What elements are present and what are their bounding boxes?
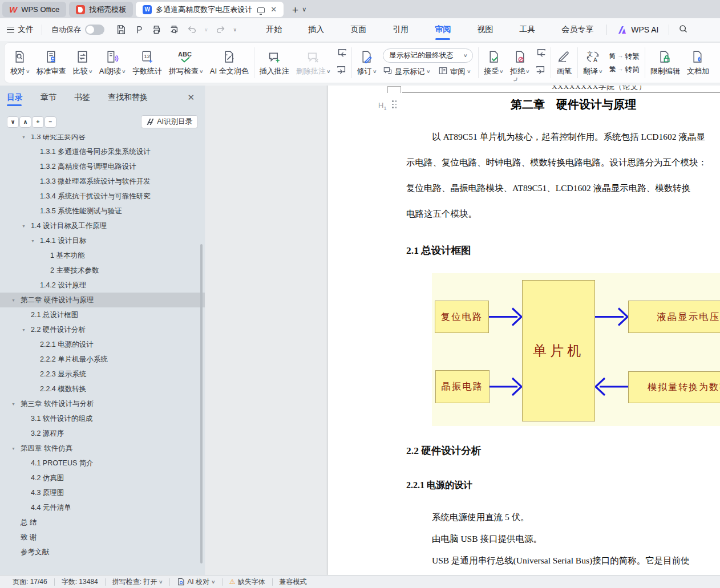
intro-paragraph[interactable]: 以 AT89C51 单片机为核心，起着控制作用。系统包括 LCD1602 液晶显… — [406, 124, 720, 226]
toc-item[interactable]: 致 谢 — [0, 530, 205, 545]
encrypt-document-button[interactable]: 文档加 — [683, 44, 713, 81]
restrict-editing-button[interactable]: 限制编辑 — [647, 44, 683, 81]
toc-item[interactable]: 4.2 仿真图 — [0, 471, 205, 485]
previous-change-icon[interactable] — [535, 48, 547, 60]
menu-item-member[interactable]: 会员专享 — [548, 18, 606, 41]
next-comment-icon[interactable] — [336, 65, 347, 78]
reader-mode-icon[interactable] — [257, 7, 265, 13]
toc-item[interactable]: 3.2 源程序 — [0, 426, 205, 441]
translate-button[interactable]: 文A 翻译∨ — [580, 44, 606, 81]
menu-item-view[interactable]: 视图 — [464, 18, 506, 41]
tab-list-chevron-icon[interactable]: ∨ — [302, 6, 306, 13]
word-count-indicator[interactable]: 字数: 13484 — [55, 577, 105, 587]
ai-proofread-status[interactable]: AI 校对 ∨ — [170, 577, 222, 587]
tab-wps-home[interactable]: W WPS Office — [2, 2, 66, 17]
chapter-title[interactable]: 第二章 硬件设计与原理 — [459, 97, 687, 112]
print-preview-icon[interactable] — [169, 25, 179, 35]
toc-item[interactable]: 总 结 — [0, 515, 205, 530]
previous-comment-icon[interactable] — [336, 48, 347, 60]
file-menu-button[interactable]: 文件 — [0, 25, 42, 35]
show-markup-button[interactable]: 显示标记 ∨ — [383, 66, 430, 77]
menu-item-start[interactable]: 开始 — [253, 18, 295, 41]
toc-item[interactable]: ▼2.2 硬件设计分析 — [0, 322, 205, 337]
to-traditional-button[interactable]: 简→ 转繁 — [609, 51, 640, 62]
page-indicator[interactable]: 页面: 17/46 — [6, 577, 54, 587]
toc-item[interactable]: 2.2.1 电源的设计 — [0, 337, 205, 352]
heading-2-1[interactable]: 2.1 总设计框图 — [406, 244, 471, 257]
standard-review-button[interactable]: 标准审查 — [33, 44, 70, 81]
heading-2-2-1[interactable]: 2.2.1 电源的设计 — [406, 480, 472, 492]
ai-recognize-toc-button[interactable]: AI识别目录 — [141, 115, 198, 128]
next-change-icon[interactable] — [535, 65, 547, 78]
print-icon[interactable] — [151, 25, 161, 35]
toc-item[interactable]: 1.3.5 系统性能测试与验证 — [0, 204, 205, 218]
block-diagram[interactable]: 复位电路 晶振电路 单片机 液晶显示电压值 模拟量转换为数字量 — [432, 273, 720, 426]
toc-collapse-arrow-icon[interactable]: ▼ — [22, 135, 31, 139]
toc-collapse-arrow-icon[interactable]: ▼ — [11, 447, 21, 451]
toc-item[interactable]: ▼1.4 设计目标及工作原理 — [0, 218, 205, 233]
accept-change-button[interactable]: 接受∨ — [480, 44, 507, 81]
toc-item[interactable]: 1.4.2 设计原理 — [0, 278, 205, 293]
tab-document[interactable]: W 多通道高精度数字电压表设计 ✕ — [136, 2, 284, 17]
ai-polish-button[interactable]: AI 全文润色 — [207, 44, 252, 81]
toc-collapse-arrow-icon[interactable]: ▼ — [11, 298, 21, 302]
heading-2-2[interactable]: 2.2 硬件设计分析 — [406, 444, 481, 457]
collapse-all-button[interactable]: ∧ — [19, 116, 31, 128]
decrease-level-button[interactable]: − — [45, 116, 56, 128]
power-paragraph[interactable]: 系统电源使用直流 5 伏。由电脑 USB 接口提供电源。USB 是通用串行总线(… — [432, 506, 720, 571]
export-pdf-icon[interactable] — [134, 25, 144, 35]
track-changes-button[interactable]: 修订∨ — [354, 44, 380, 81]
sidebar-scrollbar[interactable] — [200, 244, 203, 563]
search-icon[interactable] — [669, 24, 697, 35]
toc-item[interactable]: 1.3.4 系统抗干扰设计与可靠性研究 — [0, 189, 205, 204]
insert-comment-button[interactable]: 插入批注 — [256, 44, 293, 81]
save-icon[interactable] — [116, 25, 126, 35]
menu-item-page[interactable]: 页面 — [337, 18, 379, 41]
toc-item[interactable]: 4.1 PROTEUS 简介 — [0, 456, 205, 471]
toc-item[interactable]: ▼1.3 研究主要内容 — [0, 135, 205, 144]
menu-item-reference[interactable]: 引用 — [379, 18, 422, 41]
toc-item[interactable]: 参考文献 — [0, 545, 205, 559]
compat-mode-indicator[interactable]: 兼容模式 — [273, 577, 314, 587]
pane-tab-chapters[interactable]: 章节 — [41, 86, 56, 110]
toc-item[interactable]: 1.3.2 高精度信号调理电路设计 — [0, 159, 205, 174]
document-page[interactable]: XXXXXXXX学院（论文） H1 第二章 硬件设计与原理 以 AT89C51 … — [328, 86, 720, 575]
toc-collapse-arrow-icon[interactable]: ▼ — [11, 402, 21, 406]
menu-item-review[interactable]: 审阅 — [422, 18, 464, 41]
close-tab-icon[interactable]: ✕ — [270, 5, 277, 14]
reviewers-button[interactable]: 审阅 ∨ — [438, 66, 471, 77]
quickbar-chevron-icon[interactable]: ∨ — [233, 27, 237, 33]
ink-pen-button[interactable]: 画笔 — [553, 44, 576, 81]
menu-item-tools[interactable]: 工具 — [506, 18, 548, 41]
toc-item[interactable]: ▼第四章 软件仿真 — [0, 441, 205, 456]
pane-tab-find-replace[interactable]: 查找和替换 — [108, 86, 148, 110]
toc-item[interactable]: 4.3 原理图 — [0, 485, 205, 500]
to-simplified-button[interactable]: 繁→ 转简 — [609, 64, 640, 75]
toc-collapse-arrow-icon[interactable]: ▼ — [22, 328, 31, 332]
toc-item[interactable]: ▼第三章 软件设计与分析 — [0, 396, 205, 411]
toc-item[interactable]: ▼1.4.1 设计目标 — [0, 233, 205, 248]
expand-all-button[interactable]: ∨ — [7, 116, 19, 128]
toc-item[interactable]: 2.2.3 显示系统 — [0, 367, 205, 382]
toc-item[interactable]: 4.4 元件清单 — [0, 500, 205, 515]
ai-read-aloud-button[interactable]: AI朗读∨ — [96, 44, 129, 81]
spellcheck-status[interactable]: 拼写检查: 打开 ∨ — [106, 577, 170, 587]
autosave-control[interactable]: 自动保存 — [42, 25, 110, 35]
word-count-button[interactable]: 12 字数统计 — [129, 44, 165, 81]
pane-tab-bookmarks[interactable]: 书签 — [74, 86, 90, 110]
toc-item[interactable]: 1 基本功能 — [0, 248, 205, 263]
toc-collapse-arrow-icon[interactable]: ▼ — [31, 239, 40, 243]
tab-docer-templates[interactable]: 找稻壳模板 — [69, 2, 133, 17]
missing-font-warning[interactable]: ⚠ 缺失字体 — [223, 577, 272, 587]
wps-ai-button[interactable]: WPS AI — [607, 25, 669, 34]
menu-item-insert[interactable]: 插入 — [295, 18, 337, 41]
spellcheck-button[interactable]: ABC 拼写检查∨ — [165, 44, 207, 81]
toc-item[interactable]: 2.1 总设计框图 — [0, 307, 205, 322]
proofread-button[interactable]: 校对∨ — [7, 44, 33, 81]
compare-button[interactable]: 比较∨ — [70, 44, 96, 81]
drag-handle-icon[interactable] — [392, 100, 398, 109]
close-pane-icon[interactable]: ✕ — [187, 92, 195, 103]
toc-item[interactable]: 2.2.4 模数转换 — [0, 382, 205, 396]
toc-item[interactable]: 3.1 软件设计的组成 — [0, 411, 205, 426]
toc-item[interactable]: 1.3.3 微处理器系统设计与软件开发 — [0, 174, 205, 189]
